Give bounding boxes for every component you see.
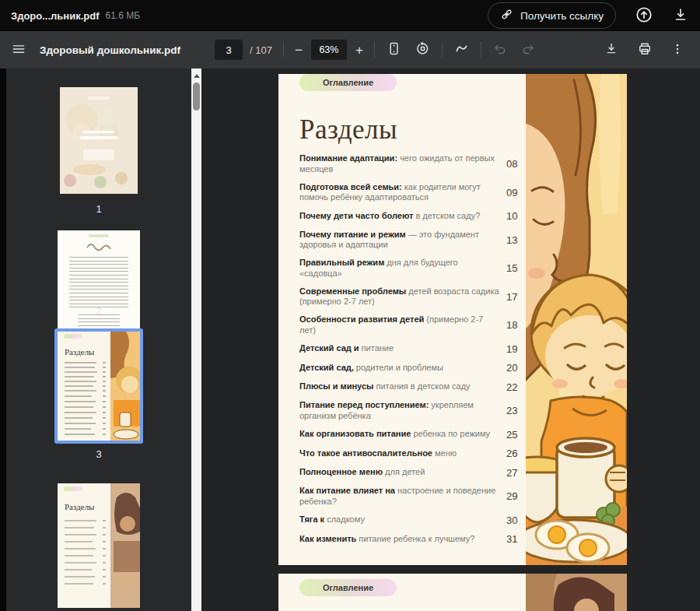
svg-text:Разделы: Разделы	[65, 347, 95, 356]
thumbnail-1-label: 1	[60, 203, 138, 216]
undo-icon	[492, 41, 508, 59]
thumbnail-page-2[interactable]: 2	[58, 230, 140, 297]
thumbnail-2-text-lines	[69, 257, 128, 308]
thumbnail-page-4[interactable]: Разделы	[58, 472, 140, 611]
topbar: Здоро...льник.pdf 61.6 МБ Получить ссылк…	[0, 0, 700, 31]
download-icon	[604, 41, 619, 59]
toc-entry-page-number: 27	[506, 467, 527, 479]
toc-entry: Тяга к сладкому30	[299, 514, 527, 526]
toc-entry: Как изменить питание ребенка к лучшему?3…	[299, 533, 527, 545]
file-size: 61.6 МБ	[105, 10, 140, 21]
menu-button[interactable]	[11, 41, 26, 59]
toc-entry-page-number: 09	[506, 187, 527, 198]
toc-entry-text: Современные проблемы детей возраста сади…	[299, 286, 506, 307]
toc-entry: Почему дети часто болеют в детском саду?…	[299, 210, 527, 222]
section-badge: Оглавление	[299, 579, 397, 596]
toc-entry-text: Подготовка всей семьи: как родители могу…	[299, 182, 506, 203]
toc-entry: Понимание адаптации: чего ожидать от пер…	[299, 153, 527, 174]
pdf-page-4: Оглавление	[278, 574, 627, 611]
page4-illustration-woman	[526, 574, 627, 611]
cloud-upload-icon	[635, 5, 653, 26]
toolbar-divider	[481, 42, 481, 58]
page-title: Разделы	[299, 114, 397, 146]
toc-entry-page-number: 19	[506, 343, 527, 355]
kebab-icon	[670, 42, 684, 58]
more-options-button[interactable]	[670, 42, 684, 58]
toc-entry-text: Как питание влияет на настроение и повед…	[299, 486, 506, 507]
sidebar-scrollbar[interactable]	[191, 68, 201, 611]
toc-entry: Детский сад и питание19	[299, 343, 527, 355]
toc-entry-page-number: 30	[506, 514, 527, 526]
print-button[interactable]	[637, 41, 653, 59]
toc-entry-page-number: 08	[506, 158, 527, 170]
toc-entry-page-number: 10	[506, 210, 527, 222]
fit-page-button[interactable]	[386, 40, 402, 59]
toc-entry-page-number: 18	[506, 319, 527, 331]
thumbnail-3-page-image: Разделы	[58, 332, 140, 441]
toc-entry: Особенности развития детей (примерно 2-7…	[299, 314, 527, 335]
download-icon	[672, 6, 689, 26]
toc-entry-text: Детский сад, родители и проблемы	[299, 363, 506, 374]
toc-entry: Что такое антивоспалительное меню26	[299, 448, 527, 459]
toc-entry: Как организовать питание ребенка по режи…	[299, 429, 527, 441]
toc-entry: Подготовка всей семьи: как родители могу…	[299, 182, 527, 203]
download-file-button[interactable]	[604, 41, 619, 59]
thumbnail-4-page-image: Разделы	[58, 483, 140, 608]
thumbnail-page-3-selected[interactable]: Разделы	[54, 328, 143, 444]
table-of-contents: Понимание адаптации: чего ожидать от пер…	[299, 153, 527, 553]
toc-entry: Современные проблемы детей возраста сади…	[299, 286, 527, 307]
toc-entry-text: Почему дети часто болеют в детском саду?	[299, 211, 506, 222]
left-edge-strip	[0, 68, 6, 611]
pdf-page-3: Оглавление Разделы Понимание адаптации: …	[278, 74, 627, 565]
page-number-input[interactable]	[215, 40, 243, 60]
toc-entry: Правильный режим дня для будущего «садов…	[299, 258, 527, 279]
page-total: / 107	[250, 44, 272, 56]
thumbnail-1-cover-image	[60, 87, 138, 194]
toc-entry: Плюсы и минусы питания в детском саду22	[299, 381, 527, 393]
rotate-icon	[415, 40, 431, 59]
zoom-in-button[interactable]: +	[355, 44, 363, 57]
thumbnail-sidebar: 1 2 Разделы	[6, 68, 191, 611]
cloud-upload-button[interactable]	[635, 5, 653, 26]
toc-entry-text: Что такое антивоспалительное меню	[299, 448, 506, 459]
toolbar-divider	[283, 42, 284, 58]
toc-entry-text: Понимание адаптации: чего ожидать от пер…	[299, 153, 506, 174]
page-illustration-mother-child	[526, 74, 627, 565]
toc-entry: Почему питание и режим — это фундамент з…	[299, 230, 527, 251]
toc-entry: Полноценное меню для детей27	[299, 467, 527, 479]
thumbnail-3-label: 3	[96, 448, 101, 460]
redo-button[interactable]	[520, 41, 536, 59]
content-area: 1 2 Разделы	[0, 68, 700, 611]
toc-entry-page-number: 26	[506, 448, 527, 459]
scrollbar-thumb[interactable]	[193, 83, 200, 111]
toc-entry-page-number: 31	[506, 533, 527, 545]
toc-entry: Питание перед поступлением: укрепляем ор…	[299, 400, 527, 421]
toc-entry: Как питание влияет на настроение и повед…	[299, 486, 527, 507]
zoom-level[interactable]: 63%	[311, 40, 347, 60]
toc-entry-page-number: 29	[506, 490, 527, 502]
get-link-label: Получить ссылку	[520, 10, 604, 22]
file-name: Здоро...льник.pdf	[11, 10, 99, 22]
toolbar-divider	[442, 42, 443, 58]
toc-entry-text: Питание перед поступлением: укрепляем ор…	[299, 400, 506, 421]
toc-entry-page-number: 13	[506, 234, 527, 246]
print-icon	[637, 41, 653, 59]
annotate-icon	[453, 40, 470, 59]
zoom-out-button[interactable]: −	[295, 44, 303, 57]
thumbnail-2-label: 2	[58, 305, 140, 318]
section-badge: Оглавление	[299, 74, 397, 91]
toc-entry-page-number: 17	[506, 291, 527, 303]
toc-entry-text: Правильный режим дня для будущего «садов…	[299, 258, 506, 279]
undo-button[interactable]	[492, 41, 508, 59]
annotate-button[interactable]	[453, 40, 470, 59]
rotate-button[interactable]	[415, 40, 431, 59]
toc-entry-page-number: 25	[506, 429, 527, 441]
toc-entry-text: Детский сад и питание	[299, 343, 506, 354]
toolbar-divider	[374, 42, 375, 58]
get-link-button[interactable]: Получить ссылку	[488, 2, 616, 29]
toc-entry-page-number: 15	[506, 262, 527, 274]
thumbnail-page-1[interactable]: 1	[60, 87, 138, 216]
scrollbar-up-button[interactable]	[191, 71, 201, 80]
link-icon	[500, 8, 513, 23]
download-button[interactable]	[672, 6, 689, 26]
